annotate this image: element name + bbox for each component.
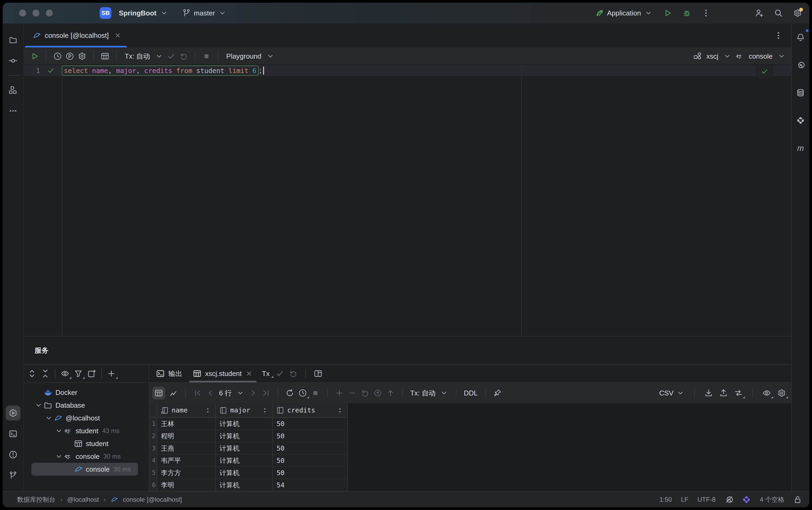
cell-credits[interactable]: 54: [272, 479, 348, 491]
more-actions-button[interactable]: [702, 9, 710, 17]
commit-tool-button[interactable]: [6, 53, 21, 68]
maximize-window-button[interactable]: [46, 9, 53, 17]
table-row[interactable]: 6李明计算机54: [149, 479, 348, 491]
tree-item-console[interactable]: console30 ms: [31, 450, 138, 463]
result-grid[interactable]: namemajorcredits 1王林计算机502程明计算机503王燕计算机5…: [149, 403, 791, 491]
cell-name[interactable]: 李明: [157, 479, 215, 491]
git-tool-button[interactable]: [6, 468, 21, 483]
result-grid-tab[interactable]: xscj.student: [188, 365, 258, 382]
cell-credits[interactable]: 50: [272, 430, 348, 442]
delete-row-button[interactable]: [348, 389, 356, 397]
services-tool-button[interactable]: [6, 405, 21, 421]
stop-button[interactable]: [202, 52, 211, 60]
column-header-major[interactable]: major: [215, 403, 272, 418]
result-tx-selector[interactable]: Tx: 自动: [410, 389, 436, 398]
tree-chevron-icon[interactable]: [54, 427, 64, 435]
page-size-selector[interactable]: 6 行: [219, 389, 232, 398]
editor-tab-console[interactable]: console [@localhost]: [25, 24, 127, 48]
table-row[interactable]: 2程明计算机50: [149, 430, 348, 442]
rollback-tx-button[interactable]: [179, 52, 188, 60]
cell-major[interactable]: 计算机: [215, 479, 272, 491]
tree-item-docker[interactable]: Docker: [31, 386, 138, 399]
tree-item-database[interactable]: Database: [31, 399, 138, 412]
cell-major[interactable]: 计算机: [215, 466, 272, 479]
tx-indicator[interactable]: Tx: [262, 370, 271, 378]
submit-button[interactable]: [374, 389, 382, 397]
chart-view-button[interactable]: [169, 389, 178, 397]
table-row[interactable]: 5李方方计算机50: [149, 466, 348, 479]
cell-name[interactable]: 王林: [157, 418, 215, 430]
ddl-button[interactable]: DDL: [464, 389, 478, 397]
cell-name[interactable]: 王燕: [157, 442, 215, 454]
commit-button[interactable]: [276, 369, 284, 378]
breadcrumb[interactable]: 数据库控制台 › @localhost › console [@localhos…: [17, 495, 182, 504]
cell-major[interactable]: 计算机: [215, 454, 272, 466]
commit-tx-button[interactable]: [167, 52, 176, 60]
database-tool-button[interactable]: [793, 85, 808, 100]
cell-name[interactable]: 程明: [157, 430, 215, 442]
plugin-status-icon[interactable]: [742, 495, 751, 504]
compare-button[interactable]: [734, 389, 743, 397]
inspections-widget[interactable]: [756, 65, 773, 78]
sort-icon[interactable]: [204, 406, 211, 414]
reload-page-button[interactable]: [286, 389, 294, 397]
tree-item-student[interactable]: student: [31, 437, 138, 450]
code-with-me-button[interactable]: [755, 9, 763, 17]
table-row[interactable]: 4韦严平计算机50: [149, 454, 348, 466]
line-ending[interactable]: LF: [681, 496, 688, 503]
filter-button[interactable]: [74, 369, 83, 378]
breadcrumb-root[interactable]: 数据库控制台: [17, 495, 55, 504]
cell-credits[interactable]: 50: [272, 418, 348, 430]
stop-query-button[interactable]: [311, 389, 320, 397]
pin-tab-button[interactable]: [493, 389, 502, 397]
notifications-button[interactable]: [793, 30, 808, 45]
project-widget[interactable]: SB SpringBoot: [99, 7, 168, 19]
sort-icon[interactable]: [336, 406, 344, 414]
cell-credits[interactable]: 50: [272, 442, 348, 454]
minimize-window-button[interactable]: [32, 9, 39, 17]
caret-position[interactable]: 1:50: [659, 496, 672, 503]
tree-item-console[interactable]: console30 ms: [31, 463, 138, 476]
import-button[interactable]: [704, 389, 713, 397]
cell-major[interactable]: 计算机: [215, 442, 272, 454]
run-button[interactable]: [663, 9, 672, 17]
add-service-button[interactable]: [107, 369, 116, 378]
tab-options-button[interactable]: [774, 31, 783, 40]
previous-page-button[interactable]: [206, 389, 215, 397]
more-tools-button[interactable]: [6, 104, 21, 118]
next-page-button[interactable]: [249, 389, 257, 397]
close-tab-icon[interactable]: [114, 32, 121, 39]
split-view-button[interactable]: [314, 369, 322, 378]
tree-chevron-icon[interactable]: [44, 414, 54, 422]
tree-item--localhost[interactable]: @localhost: [31, 412, 138, 424]
terminal-tool-button[interactable]: [6, 426, 21, 441]
cell-major[interactable]: 计算机: [215, 418, 272, 430]
ai-status-icon[interactable]: [725, 495, 733, 504]
grid-view-button[interactable]: [152, 387, 165, 399]
console-settings-button[interactable]: [78, 52, 86, 60]
table-row[interactable]: 1王林计算机50: [149, 418, 348, 430]
cell-major[interactable]: 计算机: [215, 430, 272, 442]
tx-mode-selector[interactable]: Tx: 自动: [124, 52, 151, 61]
export-format-selector[interactable]: CSV: [659, 389, 685, 397]
expand-all-button[interactable]: [28, 369, 36, 378]
problems-tool-button[interactable]: [6, 447, 21, 462]
plugin-tool-button[interactable]: [793, 113, 808, 128]
column-header-credits[interactable]: credits: [272, 403, 348, 418]
maven-tool-button[interactable]: m: [793, 141, 808, 155]
profile-selector[interactable]: Playground: [225, 52, 262, 60]
vcs-branch-widget[interactable]: master: [182, 9, 227, 17]
open-in-new-tab-button[interactable]: [87, 369, 96, 378]
add-row-button[interactable]: [335, 389, 344, 397]
session-selector[interactable]: console: [748, 52, 774, 60]
tree-item-student[interactable]: student43 ms: [31, 424, 138, 437]
close-tab-icon[interactable]: [245, 370, 253, 377]
breadcrumb-console[interactable]: console [@localhost]: [123, 496, 182, 503]
readonly-toggle-icon[interactable]: [793, 495, 802, 504]
cell-name[interactable]: 韦严平: [157, 454, 215, 466]
ai-assistant-button[interactable]: [793, 58, 808, 73]
settings-button[interactable]: [793, 9, 802, 17]
first-page-button[interactable]: [194, 389, 202, 397]
search-everywhere-button[interactable]: [774, 9, 783, 17]
tree-chevron-icon[interactable]: [54, 452, 64, 461]
